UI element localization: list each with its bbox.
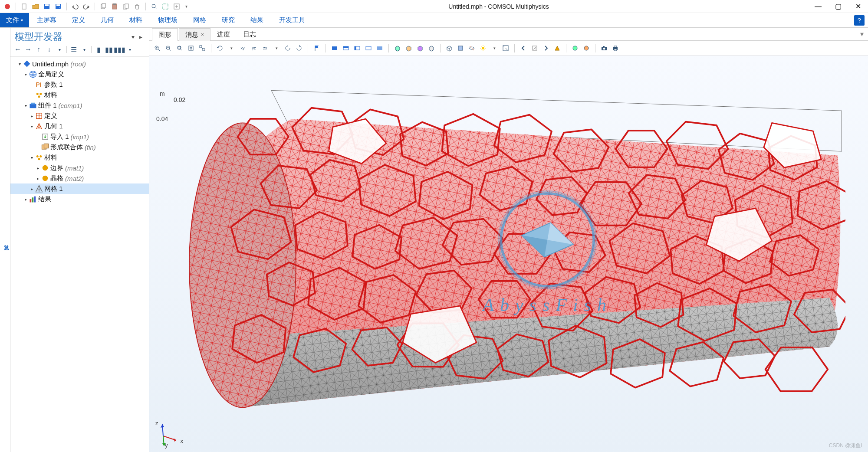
tree-node-10[interactable]: ▸边界(mat1) <box>10 163 149 173</box>
model-tree[interactable]: ▾Untitled.mph(root)▾全局定义▸Pi参数 1▸材料▾组件 1(… <box>10 57 149 452</box>
expand-icon[interactable]: ▾ <box>16 62 23 66</box>
expand-icon[interactable]: ▸ <box>35 166 41 170</box>
box4-icon[interactable] <box>426 43 437 53</box>
view-sel3-icon[interactable] <box>352 43 362 53</box>
nav-fwd-icon[interactable]: → <box>23 45 33 54</box>
trans-icon[interactable] <box>455 43 466 53</box>
close-tab-icon[interactable]: × <box>201 32 204 38</box>
zoom-box-icon[interactable] <box>186 43 196 53</box>
save-icon[interactable] <box>42 2 52 11</box>
expand-icon[interactable]: ▸ <box>29 114 35 118</box>
minimize-button[interactable]: — <box>808 0 828 13</box>
ribbon-tab-study[interactable]: 研究 <box>214 13 243 27</box>
maximize-button[interactable]: ▢ <box>828 0 848 13</box>
duplicate-icon[interactable] <box>121 2 131 11</box>
panel-menu-icon[interactable]: ▾ <box>129 33 137 40</box>
ribbon-tab-definitions[interactable]: 定义 <box>64 13 93 27</box>
expand-icon[interactable]: ▾ <box>23 72 29 77</box>
tree-node-2[interactable]: ▸Pi参数 1 <box>10 79 149 90</box>
ribbon-tab-results[interactable]: 结果 <box>243 13 271 27</box>
view-sel2-icon[interactable] <box>341 43 351 53</box>
del-icon[interactable] <box>529 43 540 53</box>
plot1-icon[interactable] <box>570 43 580 53</box>
box1-icon[interactable] <box>392 43 403 53</box>
file-menu-button[interactable]: 文件 ▾ <box>0 13 29 27</box>
copy-icon[interactable] <box>99 2 108 11</box>
graphics-tab-graph[interactable]: 图形 <box>152 28 178 41</box>
zoom-sel-icon[interactable] <box>197 43 207 53</box>
collapsed-panel-strip[interactable]: 总览 <box>0 28 10 452</box>
tree-node-13[interactable]: ▸结果 <box>10 194 149 204</box>
clip-icon[interactable] <box>500 43 511 53</box>
ribbon-tab-developer[interactable]: 开发工具 <box>271 13 313 27</box>
hide-icon[interactable] <box>467 43 477 53</box>
paste-icon[interactable] <box>110 2 119 11</box>
tree-node-12[interactable]: ▸网格 1 <box>10 183 149 194</box>
search-icon[interactable] <box>149 2 159 11</box>
go-left-icon[interactable] <box>518 43 529 53</box>
more-icon[interactable]: ▾ <box>183 2 189 11</box>
ribbon-tab-materials[interactable]: 材料 <box>122 13 150 27</box>
caret3-icon[interactable]: ▾ <box>489 43 500 53</box>
zoom-out-icon[interactable] <box>163 43 174 53</box>
tabs-collapse-icon[interactable]: ▾ <box>856 28 868 40</box>
graphics-canvas[interactable]: m 0.02 0.04 <box>149 56 868 452</box>
graphics-tab-log[interactable]: 日志 <box>237 28 263 40</box>
tree-node-11[interactable]: ▸晶格(mat2) <box>10 173 149 183</box>
ccw-icon[interactable] <box>283 43 293 53</box>
save-as-icon[interactable] <box>53 2 63 11</box>
help-button[interactable]: ? <box>854 15 865 26</box>
tree-node-9[interactable]: ▾材料 <box>10 152 149 163</box>
tree-node-8[interactable]: ▸形成联合体(fin) <box>10 142 149 152</box>
zx-icon[interactable]: zx <box>260 43 270 53</box>
close-button[interactable]: ✕ <box>848 0 868 13</box>
tri-icon[interactable] <box>552 43 562 53</box>
wire-icon[interactable] <box>444 43 454 53</box>
tree-node-5[interactable]: ▸定义 <box>10 111 149 121</box>
nav-down-icon[interactable]: ↓ <box>44 45 54 54</box>
view-sel5-icon[interactable] <box>375 43 385 53</box>
expand-icon[interactable]: ▾ <box>29 155 35 160</box>
delete-icon[interactable] <box>132 2 142 11</box>
column3-icon[interactable]: ▮▮▮ <box>115 45 124 54</box>
ribbon-tab-home[interactable]: 主屏幕 <box>29 13 64 27</box>
tree-node-3[interactable]: ▸材料 <box>10 90 149 100</box>
light-icon[interactable] <box>478 43 488 53</box>
expand-icon[interactable]: ▾ <box>29 124 35 129</box>
nav-up-icon[interactable]: ↑ <box>34 45 43 54</box>
ribbon-tab-geometry[interactable]: 几何 <box>93 13 122 27</box>
layout-caret-icon[interactable]: ▾ <box>125 45 135 54</box>
select-icon[interactable] <box>161 2 170 11</box>
ribbon-tab-physics[interactable]: 物理场 <box>150 13 185 27</box>
expand-icon[interactable]: ▸ <box>23 197 29 202</box>
expand-caret-icon[interactable]: ▾ <box>79 45 89 54</box>
expand-icon[interactable]: ▸ <box>29 187 35 191</box>
view-sel4-icon[interactable] <box>363 43 374 53</box>
tree-node-7[interactable]: ▸导入 1(imp1) <box>10 131 149 142</box>
panel-collapse-icon[interactable]: ▸ <box>137 33 145 40</box>
plot2-icon[interactable] <box>581 43 592 53</box>
print-icon[interactable] <box>610 43 621 53</box>
orientation-triad[interactable]: z y x <box>155 416 185 447</box>
settings-icon[interactable] <box>172 2 181 11</box>
box3-icon[interactable] <box>415 43 425 53</box>
rotate-icon[interactable] <box>215 43 225 53</box>
graphics-tab-messages[interactable]: 消息× <box>179 28 210 41</box>
cw-icon[interactable] <box>294 43 304 53</box>
nav-caret-icon[interactable]: ▾ <box>55 45 64 54</box>
column2-icon[interactable]: ▮▮ <box>104 45 114 54</box>
tree-node-0[interactable]: ▾Untitled.mph(root) <box>10 59 149 69</box>
xy-icon[interactable]: xy <box>237 43 248 53</box>
camera-icon[interactable] <box>599 43 609 53</box>
zoom-in-icon[interactable] <box>152 43 162 53</box>
zoom-extents-icon[interactable] <box>174 43 185 53</box>
nav-back-icon[interactable]: ← <box>13 45 23 54</box>
tree-node-6[interactable]: ▾几何 1 <box>10 121 149 131</box>
graphics-tab-progress[interactable]: 进度 <box>210 28 237 40</box>
tree-node-4[interactable]: ▾组件 1(comp1) <box>10 100 149 111</box>
view-sel1-icon[interactable] <box>329 43 340 53</box>
redo-icon[interactable] <box>82 2 91 11</box>
yz-icon[interactable]: yz <box>249 43 259 53</box>
caret-icon[interactable]: ▾ <box>226 43 237 53</box>
flag-icon[interactable] <box>312 43 322 53</box>
